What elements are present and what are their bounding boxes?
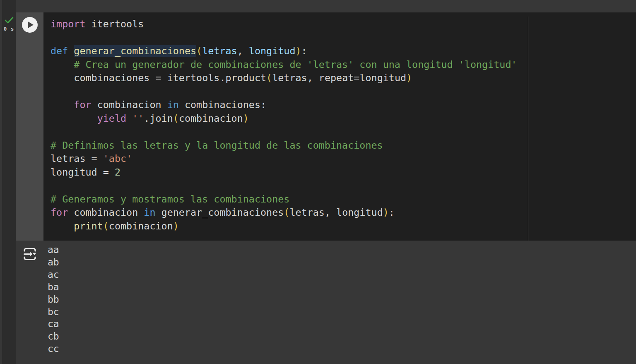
code-token: combinaciones = itertools.product [51, 72, 266, 84]
code-token: combinacion [68, 207, 144, 218]
code-editor[interactable]: import itertools def generar_combinacion… [43, 12, 636, 241]
code-line: # Definimos las letras y la longitud de … [51, 139, 636, 152]
code-token: in [167, 99, 179, 111]
output-line: bc [48, 306, 636, 318]
code-token: '' [132, 113, 144, 124]
code-token: combinacion [109, 220, 173, 232]
code-token: combinaciones: [179, 99, 266, 111]
execution-time: 0 s [2, 26, 16, 32]
code-line: # Generamos y mostramos las combinacione… [51, 193, 636, 206]
output-line: ac [48, 269, 636, 281]
output-gutter [16, 241, 43, 364]
output-line: ca [48, 318, 636, 330]
check-icon [5, 17, 14, 24]
code-line: def generar_combinaciones(letras, longit… [51, 44, 636, 58]
code-token: ) [383, 207, 389, 218]
code-token: itertools [86, 18, 144, 30]
code-token: for [74, 99, 91, 111]
code-token: def [51, 45, 68, 57]
code-token: longitud [249, 45, 296, 57]
code-token: 'abc' [103, 153, 132, 164]
code-token: generar_combinaciones [74, 45, 196, 57]
code-line: for combinacion in combinaciones: [51, 98, 636, 112]
code-token: in [144, 207, 155, 218]
code-token: , [237, 45, 249, 57]
cell-output-area: aaabacbabbbccacbcc [16, 241, 636, 364]
code-cell: import itertools def generar_combinacion… [16, 12, 636, 241]
code-lines: import itertools def generar_combinacion… [51, 17, 636, 233]
code-line: longitud = 2 [51, 166, 636, 179]
code-token [51, 99, 74, 111]
code-token: .join [144, 113, 173, 124]
code-token: # Crea un generador de combinaciones de … [51, 59, 517, 70]
code-token: ) [296, 45, 301, 57]
play-icon [22, 17, 38, 33]
code-token: ( [173, 113, 179, 124]
code-token: letras, repeat=longitud [272, 72, 406, 84]
code-line: combinaciones = itertools.product(letras… [51, 71, 636, 85]
cell-output: aaabacbabbbccacbcc [43, 241, 636, 364]
run-cell-button[interactable] [22, 17, 38, 33]
code-line: yield ''.join(combinacion) [51, 112, 636, 125]
output-line: cc [48, 343, 636, 355]
code-token: ) [243, 113, 249, 124]
output-line: ba [48, 281, 636, 294]
code-line: print(combinacion) [51, 219, 636, 233]
code-token: # Generamos y mostramos las combinacione… [51, 193, 289, 205]
code-token: longitud = [51, 166, 115, 178]
output-icon [22, 246, 38, 262]
code-line [51, 31, 636, 45]
code-token: yield [97, 113, 126, 124]
code-token: ( [196, 45, 202, 57]
code-line: import itertools [51, 17, 636, 31]
output-line: aa [48, 244, 636, 256]
code-line [51, 85, 636, 99]
code-line: for combinacion in generar_combinaciones… [51, 206, 636, 219]
code-token: import [51, 18, 86, 30]
cell-gutter [16, 12, 43, 241]
code-token: ( [266, 72, 272, 84]
execution-status: 0 s [2, 17, 16, 32]
code-line [51, 179, 636, 193]
code-token: letras = [51, 153, 103, 164]
code-token: combinacion [92, 99, 167, 111]
code-line: letras = 'abc' [51, 152, 636, 166]
code-token [126, 113, 132, 124]
code-token: : [389, 207, 395, 218]
code-token: ) [406, 72, 412, 84]
code-token: : [301, 45, 307, 57]
code-token: letras [202, 45, 237, 57]
code-token: combinacion [179, 113, 243, 124]
code-token: ( [284, 207, 289, 218]
code-token: ) [173, 220, 179, 232]
output-line: bb [48, 294, 636, 306]
output-line: cb [48, 330, 636, 343]
code-line: # Crea un generador de combinaciones de … [51, 58, 636, 72]
code-token: for [51, 207, 68, 218]
cell-status-column: 0 s [2, 0, 16, 364]
code-token: generar_combinaciones [156, 207, 284, 218]
code-token [68, 45, 74, 57]
code-token: 2 [115, 166, 120, 178]
output-line: ab [48, 256, 636, 269]
code-token: ( [103, 220, 109, 232]
code-token: # Definimos las letras y la longitud de … [51, 140, 383, 151]
code-line [51, 125, 636, 139]
output-options-button[interactable] [22, 246, 38, 263]
code-token [51, 113, 97, 124]
code-token: letras, longitud [289, 207, 383, 218]
code-token: print [74, 220, 103, 232]
code-token [51, 220, 74, 232]
